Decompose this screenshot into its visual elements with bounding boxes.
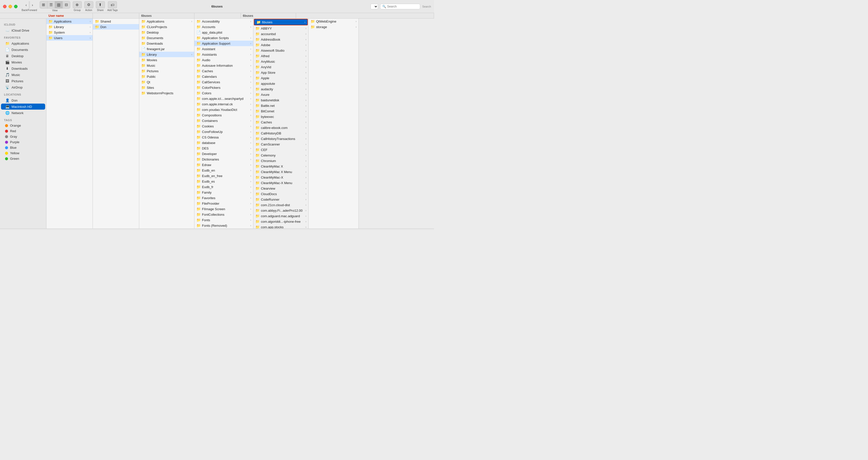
file-item-favorites[interactable]: 📁 Favorites › [194,195,253,201]
sidebar-item-blue-tag[interactable]: Blue [1,145,45,150]
file-item-family[interactable]: 📁 Family › [194,190,253,195]
file-item-accessibility[interactable]: 📁 Accessibility › [194,19,253,24]
file-item-callhistorytransactions[interactable]: 📁 CallHistoryTransactions › [253,136,308,142]
file-item-app-support[interactable]: 📁 Application Support › [194,41,253,46]
file-item-developer[interactable]: 📁 Developer › [194,151,253,156]
forward-button[interactable]: › [30,1,35,8]
file-item-edraw[interactable]: 📁 Edraw › [194,162,253,167]
back-forward-group[interactable]: ‹ › Back/Forward [22,1,37,11]
file-item-don[interactable]: 📁 Don [93,24,139,30]
sidebar-item-music[interactable]: 🎵 Music [1,72,45,78]
file-item-caches[interactable]: 📁 Caches › [194,68,253,74]
file-item-anymusic[interactable]: 📁 AnyMusic › [253,59,308,64]
file-item-assistants[interactable]: 📁 Assistants › [194,52,253,57]
list-view-button[interactable]: ☰ [48,1,55,8]
sidebar-item-desktop[interactable]: 🖥 Desktop [1,53,45,59]
icon-view-button[interactable]: ⊞ [40,1,48,8]
sidebar-item-green-tag[interactable]: Green [1,156,45,161]
file-item-adobe[interactable]: 📁 Adobe › [253,42,308,48]
file-item-qtwebengine[interactable]: 📁 QtWebEngine › [309,19,359,24]
view-options-select[interactable] [371,4,378,9]
file-item-com-apple-internal[interactable]: 📁 com.apple.internal.ck › [194,101,253,107]
file-item-cleanmymac-x[interactable]: 📁 CleanMyMac X › [253,163,308,169]
file-item-applications-don[interactable]: 📁 Applications › [139,19,194,24]
file-item-colorpickers[interactable]: 📁 ColorPickers › [194,85,253,90]
file-item-system-hd[interactable]: 📁 System › [46,30,93,35]
file-item-csodessa[interactable]: 📁 CS Odessa › [194,134,253,140]
file-item-autosave[interactable]: 📁 Autosave Information › [194,63,253,68]
file-item-fiimage[interactable]: 📁 FIImage Screen › [194,206,253,212]
share-button[interactable]: ⬆ [96,1,105,8]
close-button[interactable] [3,5,6,8]
file-item-documents-don[interactable]: 📁 Documents [139,35,194,41]
sidebar-item-red-tag[interactable]: Red [1,128,45,134]
file-item-library-hd[interactable]: 📁 Library › [46,24,93,30]
file-item-compositions[interactable]: 📁 Compositions › [194,112,253,118]
file-item-bitcomet[interactable]: 📁 BitComet › [253,109,308,114]
file-item-aiseesoft[interactable]: 📁 Aiseesoft Studio › [253,48,308,53]
file-item-colors[interactable]: 📁 Colors › [194,90,253,96]
file-item-cookies[interactable]: 📁 Cookies › [194,123,253,129]
file-item-cleanmymac-x2[interactable]: 📁 CleanMyMac-X › [253,175,308,180]
minimize-button[interactable] [8,5,12,8]
file-item-sites-don[interactable]: 📁 Sites [139,85,194,90]
file-item-fonts-removed[interactable]: 📁 Fonts (Removed) › [194,223,253,228]
sidebar-item-macintosh-hd[interactable]: 💻 Macintosh HD [1,103,45,110]
file-item-library-don[interactable]: 📁 Library › [139,52,194,57]
sidebar-item-movies[interactable]: 🎬 Movies [1,59,45,65]
back-button[interactable]: ‹ [24,1,29,8]
file-item-appstore[interactable]: 📁 App Store › [253,70,308,75]
file-item-baidunetdisk[interactable]: 📁 baidunetdisk › [253,97,308,103]
file-item-shared[interactable]: 📁 Shared [93,19,139,24]
sidebar-item-don[interactable]: 👤 Don [1,97,45,103]
file-item-app-scripts[interactable]: 📁 Application Scripts › [194,35,253,41]
sidebar-item-pictures[interactable]: 🖼 Pictures [1,78,45,84]
file-item-clearview[interactable]: 📁 Clearview › [253,186,308,191]
file-item-accountsd[interactable]: 📁 accountsd › [253,31,308,37]
file-item-caches-appsupport[interactable]: 📁 Caches › [253,119,308,125]
file-item-celemony[interactable]: 📁 Celemony › [253,153,308,158]
file-item-6buses[interactable]: 📁 6buses › [254,19,308,25]
sidebar-item-documents[interactable]: 📄 Documents [1,47,45,53]
file-item-com-abbyy[interactable]: 📁 com.abbyy.Fi...aderPro12.00 › [253,208,308,213]
sidebar-item-orange-tag[interactable]: Orange [1,123,45,128]
file-item-eudb-es[interactable]: 📁 Eudb_es › [194,179,253,184]
file-item-users-hd[interactable]: 📁 Users › [46,35,93,41]
gallery-view-button[interactable]: ⊟ [63,1,70,8]
file-item-eudb-en-free[interactable]: 📁 Eudb_en_free › [194,173,253,179]
file-item-cef[interactable]: 📁 CEF › [253,147,308,153]
file-item-assistant[interactable]: 📁 Assistant › [194,46,253,52]
add-tags-button[interactable]: 🏷 [108,1,117,8]
file-item-desktop-don[interactable]: 📁 Desktop [139,30,194,35]
group-button[interactable]: ⊕ [73,1,82,8]
file-item-fontcollections[interactable]: 📁 FontCollections › [194,212,253,217]
file-item-containers[interactable]: 📁 Containers › [194,118,253,123]
file-item-downloads-don[interactable]: 📁 Downloads [139,41,194,46]
file-item-applications-hd[interactable]: 📁 Applications › [46,19,93,24]
file-item-eudb-en[interactable]: 📁 Eudb_en › [194,167,253,173]
file-item-fineagent[interactable]: 📄 fineagent.jar [139,46,194,52]
file-item-cleanmymac-x-menu[interactable]: 📁 CleanMyMac X Menu › [253,169,308,175]
file-item-pictures-don[interactable]: 📁 Pictures [139,68,194,74]
file-item-dictionaries[interactable]: 📁 Dictionaries › [194,156,253,162]
file-item-qt-don[interactable]: 📁 Qt [139,79,194,85]
file-item-callhistorydb[interactable]: 📁 CallHistoryDB › [253,130,308,136]
file-item-fileprovider[interactable]: 📁 FileProvider › [194,201,253,206]
file-item-abbyy[interactable]: 📁 ABBYY › [253,26,308,31]
sidebar-item-applications[interactable]: 📁 Applications [1,40,45,47]
file-item-webstorm-don[interactable]: 📁 WebstormProjects [139,90,194,96]
action-button[interactable]: ⚙ [84,1,93,8]
file-item-apple[interactable]: 📁 Apple › [253,75,308,81]
search-input[interactable] [387,5,417,8]
file-item-cleanmymac-x-menu2[interactable]: 📁 CleanMyMac-X Menu › [253,180,308,186]
file-item-movies-don[interactable]: 📁 Movies [139,57,194,63]
file-item-accounts[interactable]: 📁 Accounts › [194,24,253,30]
sidebar-item-airdrop[interactable]: 📡 AirDrop [1,84,45,90]
file-item-audio[interactable]: 📁 Audio › [194,57,253,63]
file-item-com-app-stocks[interactable]: 📁 com.app.stocks › [253,224,308,228]
file-item-storage[interactable]: 📁 storage › [309,24,359,30]
column-view-button[interactable]: ▥ [55,1,63,8]
file-item-battlenet[interactable]: 📁 Battle.net › [253,103,308,109]
file-item-anyvid[interactable]: 📁 AnyVid › [253,64,308,70]
file-item-com-apple-icl[interactable]: 📁 com.apple.icl....searchpartyd › [194,96,253,101]
